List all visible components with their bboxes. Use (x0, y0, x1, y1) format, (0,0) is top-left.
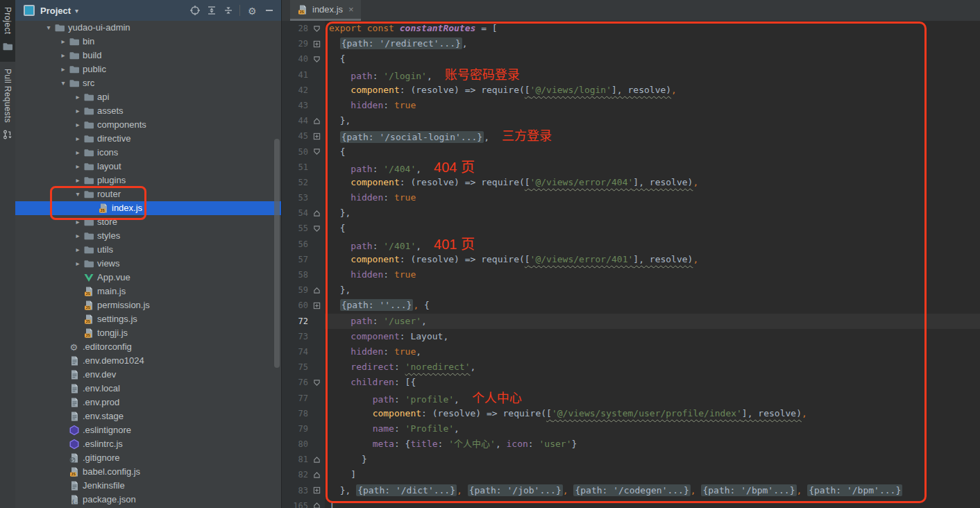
chevron-right-icon[interactable]: ▸ (72, 243, 83, 257)
tree-item--env-local[interactable]: .env.local (15, 382, 281, 396)
code-line-165[interactable]: 165] (282, 498, 980, 508)
code-line-56[interactable]: 56 path: '/401',401 页 (282, 237, 980, 252)
code-line-54[interactable]: 54 }, (282, 205, 980, 221)
tree-item-assets[interactable]: ▸assets (15, 104, 281, 118)
code-text[interactable]: }, {path: '/dict'...}, {path: '/job'...}… (325, 483, 902, 498)
fold-end-icon[interactable] (308, 456, 325, 464)
code-text[interactable]: path: '/login',账号密码登录 (325, 67, 520, 83)
tree-item--env-dev[interactable]: .env.dev (15, 368, 281, 382)
code-text[interactable]: hidden: true (325, 98, 416, 113)
tree-item-layout[interactable]: ▸layout (15, 160, 281, 173)
settings-gear-icon-button[interactable]: ⚙ (245, 3, 260, 18)
tree-item-tongji-js[interactable]: JStongji.js (15, 326, 281, 340)
chevron-right-icon[interactable]: ▸ (72, 118, 83, 132)
chevron-right-icon[interactable]: ▸ (72, 215, 83, 229)
fold-end-icon[interactable] (308, 117, 325, 125)
code-line-58[interactable]: 58 hidden: true (282, 267, 980, 282)
tree-item-styles[interactable]: ▸styles (15, 229, 281, 243)
code-line-51[interactable]: 51 path: '/404',404 页 (282, 160, 980, 175)
code-line-57[interactable]: 57 component: (resolve) => require(['@/v… (282, 252, 980, 267)
code-text[interactable]: path: '/404',404 页 (325, 160, 475, 175)
fold-start-icon[interactable] (308, 148, 325, 155)
chevron-right-icon[interactable]: ▸ (58, 35, 69, 49)
tree-item-directive[interactable]: ▸directive (15, 132, 281, 146)
code-line-29[interactable]: 29 {path: '/redirect'...}, (282, 36, 980, 51)
code-text[interactable]: component: (resolve) => require(['@/view… (325, 175, 698, 190)
tree-item-permission-js[interactable]: JSpermission.js (15, 298, 281, 312)
chevron-down-icon[interactable]: ▾ (58, 76, 69, 90)
code-text[interactable]: path: '/401',401 页 (325, 237, 475, 252)
code-text[interactable]: component: (resolve) => require(['@/view… (325, 406, 807, 421)
tree-item--eslintignore[interactable]: .eslintignore (15, 423, 281, 437)
code-text[interactable]: component: Layout, (325, 329, 448, 344)
code-text[interactable]: name: 'Profile', (325, 421, 459, 437)
tree-item--env-demo1024[interactable]: .env.demo1024 (15, 354, 281, 368)
tree-item-babel-config-js[interactable]: JSbabel.config.js (15, 465, 281, 479)
code-text[interactable]: }, (325, 113, 350, 128)
code-text[interactable]: component: (resolve) => require(['@/view… (325, 252, 698, 267)
code-line-81[interactable]: 81 } (282, 452, 980, 467)
locate-icon-button[interactable] (187, 3, 203, 18)
code-text[interactable]: { (325, 51, 345, 67)
code-text[interactable]: { (325, 221, 345, 236)
chevron-down-icon[interactable]: ▾ (43, 21, 54, 35)
code-text[interactable]: meta: {title: '个人中心', icon: 'user'} (325, 437, 577, 452)
code-line-59[interactable]: 59 }, (282, 282, 980, 298)
code-line-45[interactable]: 45 {path: '/social-login'...},三方登录 (282, 128, 980, 144)
fold-start-icon[interactable] (308, 225, 325, 232)
editor-tab-indexjs[interactable]: JS index.js × (290, 0, 361, 21)
expand-all-icon-button[interactable] (204, 3, 219, 18)
tree-item-plugins[interactable]: ▸plugins (15, 173, 281, 187)
code-text[interactable]: redirect: 'noredirect', (325, 359, 475, 375)
tree-item-build[interactable]: ▸build (15, 49, 281, 62)
tree-item--gitignore[interactable]: .gitignore (15, 451, 281, 465)
code-line-55[interactable]: 55 { (282, 221, 980, 236)
chevron-right-icon[interactable]: ▸ (72, 229, 83, 243)
tree-item-main-js[interactable]: JSmain.js (15, 285, 281, 298)
chevron-right-icon[interactable]: ▸ (58, 62, 69, 76)
tree-item-yudao-ui-admin[interactable]: ▾yudao-ui-admin (15, 21, 281, 35)
code-text[interactable]: path: '/user', (325, 314, 427, 329)
fold-start-icon[interactable] (308, 25, 325, 33)
code-text[interactable]: }, (325, 205, 350, 221)
code-line-78[interactable]: 78 component: (resolve) => require(['@/v… (282, 406, 980, 421)
fold-end-icon[interactable] (308, 287, 325, 294)
tree-item-index-js[interactable]: JSindex.js (15, 201, 281, 215)
code-text[interactable]: { (325, 144, 345, 160)
code-text[interactable]: hidden: true, (325, 344, 421, 359)
code-line-43[interactable]: 43 hidden: true (282, 98, 980, 113)
chevron-right-icon[interactable]: ▸ (72, 90, 83, 104)
tree-item--eslintrc-js[interactable]: .eslintrc.js (15, 437, 281, 451)
code-line-74[interactable]: 74 hidden: true, (282, 344, 980, 359)
tree-item-package-json[interactable]: {..}package.json (15, 493, 281, 507)
code-line-73[interactable]: 73 component: Layout, (282, 329, 980, 344)
tree-item-utils[interactable]: ▸utils (15, 243, 281, 257)
chevron-down-icon[interactable]: ▾ (75, 7, 78, 15)
hide-panel-icon-button[interactable] (262, 3, 277, 18)
tree-item-icons[interactable]: ▸icons (15, 146, 281, 160)
code-text[interactable]: hidden: true (325, 267, 416, 282)
code-line-83[interactable]: 83 }, {path: '/dict'...}, {path: '/job'.… (282, 483, 980, 498)
code-line-28[interactable]: 28export const constantRoutes = [ (282, 21, 980, 36)
tree-item-api[interactable]: ▸api (15, 90, 281, 104)
tree-item-jenkinsfile[interactable]: Jenkinsfile (15, 479, 281, 493)
code-text[interactable]: {path: ''...}, { (325, 298, 430, 313)
tree-item-app-vue[interactable]: App.vue (15, 271, 281, 285)
code-line-60[interactable]: 60 {path: ''...}, { (282, 298, 980, 313)
code-line-80[interactable]: 80 meta: {title: '个人中心', icon: 'user'} (282, 437, 980, 452)
fold-start-icon[interactable] (308, 56, 325, 63)
code-line-76[interactable]: 76 children: [{ (282, 375, 980, 390)
tree-item--env-prod[interactable]: .env.prod (15, 396, 281, 409)
stripe-tab-pull-requests[interactable]: Pull Requests (0, 62, 15, 149)
code-line-53[interactable]: 53 hidden: true (282, 190, 980, 205)
code-text[interactable]: path: 'profile',个人中心 (325, 391, 522, 406)
project-panel-scrollbar[interactable] (274, 139, 280, 368)
code-line-75[interactable]: 75 redirect: 'noredirect', (282, 359, 980, 375)
chevron-down-icon[interactable]: ▾ (72, 187, 83, 201)
chevron-right-icon[interactable]: ▸ (58, 49, 69, 62)
code-line-77[interactable]: 77 path: 'profile',个人中心 (282, 391, 980, 406)
chevron-right-icon[interactable]: ▸ (72, 104, 83, 118)
code-text[interactable]: children: [{ (325, 375, 416, 390)
fold-start-icon[interactable] (308, 379, 325, 387)
tree-item-bin[interactable]: ▸bin (15, 35, 281, 49)
